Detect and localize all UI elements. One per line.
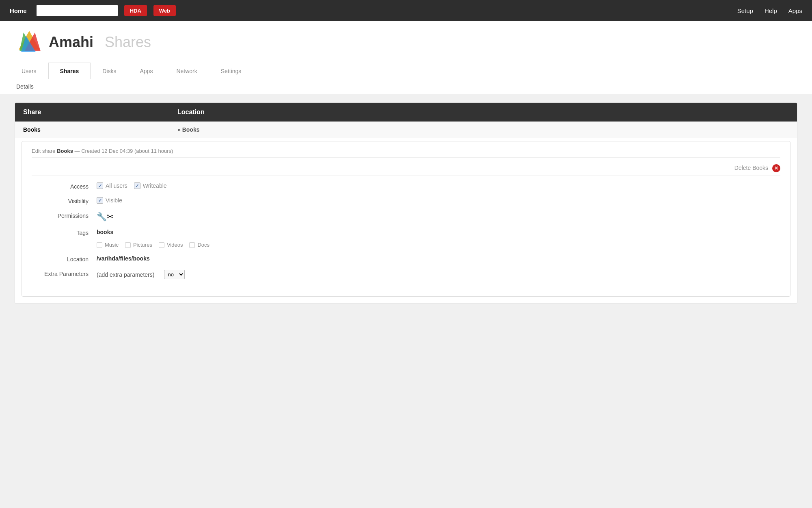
location-value: /var/hda/files/books [97, 255, 780, 262]
tab-disks[interactable]: Disks [91, 63, 128, 79]
tab-settings[interactable]: Settings [209, 63, 253, 79]
search-input[interactable] [37, 5, 118, 16]
location-path: /var/hda/files/books [97, 255, 150, 262]
access-value: All users Writeable [97, 182, 780, 189]
visibility-row: Visibility Visible [32, 197, 780, 204]
share-table-header: Share Location [15, 103, 797, 122]
all-users-check[interactable]: All users [97, 182, 127, 189]
tab-users[interactable]: Users [10, 63, 48, 79]
permissions-label: Permissions [32, 212, 97, 219]
tab-apps[interactable]: Apps [128, 63, 165, 79]
visibility-value: Visible [97, 197, 780, 204]
col-share-header: Share [23, 109, 177, 116]
share-name: Books [23, 126, 177, 133]
share-table: Share Location Books » Books Edit share … [15, 102, 797, 304]
extra-params-select[interactable]: no yes [164, 270, 185, 279]
tag-music-label: Music [105, 242, 119, 248]
col-location-header: Location [177, 109, 789, 116]
details-label: Details [16, 83, 34, 90]
delete-btn-area: Delete Books ✕ [32, 164, 780, 172]
edit-panel-title: Edit share Books — Created 12 Dec 04:39 … [32, 148, 780, 158]
current-tag: books [97, 229, 113, 235]
main-content: Share Location Books » Books Edit share … [0, 94, 812, 312]
section-divider [32, 176, 780, 176]
all-users-checkbox[interactable] [97, 182, 103, 189]
writeable-label: Writeable [143, 182, 167, 189]
visibility-label: Visibility [32, 197, 97, 204]
access-row: Access All users Writeable [32, 182, 780, 190]
permissions-icon[interactable]: 🔧✂ [97, 212, 114, 221]
share-row: Books » Books Edit share Books — Created… [15, 122, 797, 304]
tab-shares[interactable]: Shares [48, 63, 91, 79]
tag-pictures-checkbox[interactable] [125, 242, 131, 248]
edit-share-name: Books [57, 148, 73, 154]
extra-params-row: Extra Parameters (add extra parameters) … [32, 270, 780, 279]
amahi-logo [16, 29, 42, 55]
all-users-label: All users [106, 182, 127, 189]
logo-subtitle: Shares [105, 34, 151, 51]
tag-docs[interactable]: Docs [189, 242, 209, 248]
extra-params-value: (add extra parameters) no yes [97, 270, 780, 279]
visible-checkbox[interactable] [97, 197, 103, 204]
help-link[interactable]: Help [764, 7, 777, 14]
location-row: Location /var/hda/files/books [32, 255, 780, 263]
logo-title: Amahi [49, 34, 93, 51]
tag-docs-label: Docs [197, 242, 209, 248]
location-label: Location [32, 255, 97, 263]
navbar: Home HDA Web Setup Help Apps [0, 0, 812, 21]
delete-button[interactable]: ✕ [772, 164, 780, 172]
logo-area: Amahi Shares [0, 21, 812, 62]
writeable-checkbox[interactable] [134, 182, 140, 189]
hda-button[interactable]: HDA [124, 5, 147, 16]
permissions-value: 🔧✂ [97, 212, 780, 221]
tag-music[interactable]: Music [97, 242, 119, 248]
visible-label: Visible [106, 197, 122, 204]
writeable-check[interactable]: Writeable [134, 182, 167, 189]
home-link[interactable]: Home [10, 7, 27, 14]
details-bar: Details [0, 79, 812, 94]
permissions-row: Permissions 🔧✂ [32, 212, 780, 221]
tabs-container: Users Shares Disks Apps Network Settings [0, 62, 812, 79]
delete-label: Delete Books [734, 165, 768, 171]
tags-value: books Music Pictures [97, 229, 780, 248]
tabs: Users Shares Disks Apps Network Settings [10, 62, 802, 79]
tag-docs-checkbox[interactable] [189, 242, 195, 248]
tag-videos-checkbox[interactable] [159, 242, 164, 248]
tag-videos-label: Videos [167, 242, 183, 248]
share-row-header[interactable]: Books » Books [15, 122, 797, 138]
tab-network[interactable]: Network [164, 63, 209, 79]
tag-videos[interactable]: Videos [159, 242, 183, 248]
navbar-right: Setup Help Apps [737, 7, 802, 14]
tag-pictures-label: Pictures [133, 242, 152, 248]
visible-check[interactable]: Visible [97, 197, 122, 204]
tag-options: Music Pictures Videos [97, 242, 209, 248]
tags-row: Tags books Music Pictures [32, 229, 780, 248]
edit-prefix: Edit share [32, 148, 56, 154]
setup-link[interactable]: Setup [737, 7, 753, 14]
extra-params-label: Extra Parameters [32, 270, 97, 277]
tag-pictures[interactable]: Pictures [125, 242, 152, 248]
tag-music-checkbox[interactable] [97, 242, 102, 248]
edit-created-text: — Created 12 Dec 04:39 (about 11 hours) [75, 148, 173, 154]
edit-panel: Edit share Books — Created 12 Dec 04:39 … [22, 141, 790, 297]
extra-params-text: (add extra parameters) [97, 271, 154, 278]
web-button[interactable]: Web [153, 5, 176, 16]
apps-link[interactable]: Apps [788, 7, 802, 14]
share-location: » Books [177, 126, 789, 133]
access-label: Access [32, 182, 97, 190]
tags-label: Tags [32, 229, 97, 236]
